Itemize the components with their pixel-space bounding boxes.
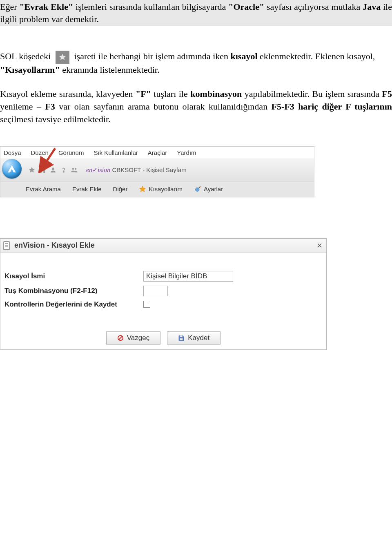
t: yenileme –: [0, 101, 45, 112]
menu-item-sik-kullanilanlar[interactable]: Sık Kullanılanlar: [94, 149, 138, 156]
save-icon: [178, 335, 185, 341]
svg-rect-10: [180, 338, 183, 340]
t: seçilmesi tavsiye edilmektedir.: [0, 114, 111, 124]
input-shortcut-name[interactable]: [143, 271, 233, 282]
save-button[interactable]: Kaydet: [167, 331, 220, 345]
t: sayfası açılıyorsa mutlaka: [264, 2, 363, 12]
form-row-name: Kısayol İsmi: [4, 271, 322, 282]
toolbar-item-evrak-ekle[interactable]: Evrak Ekle: [72, 186, 102, 192]
svg-rect-3: [4, 242, 9, 250]
toolbar-item-diger[interactable]: Diğer: [113, 186, 128, 192]
toolbar-item-ayarlar[interactable]: Ayarlar: [194, 186, 223, 193]
checkbox-save-values[interactable]: [143, 301, 150, 308]
label: Kısayollarım: [149, 186, 183, 192]
t: F5: [382, 89, 392, 99]
t: kombinasyon: [190, 89, 242, 99]
body-paragraph-2: Kısayol ekleme sırasında, klavyeden "F" …: [0, 88, 392, 125]
star-icon: [56, 51, 69, 64]
label: Ayarlar: [204, 186, 223, 192]
svg-rect-9: [180, 336, 183, 337]
t: SOL köşedeki: [0, 51, 51, 61]
t: F5-F3 hariç diğer F tuşlarının: [272, 101, 392, 112]
t: tuşları ile: [151, 89, 190, 99]
label-key-combo: Tuş Kombinasyonu (F2-F12): [4, 287, 143, 295]
t: F3: [45, 101, 55, 112]
label: Vazgeç: [127, 334, 149, 342]
svg-point-1: [63, 171, 64, 172]
close-icon[interactable]: ×: [317, 241, 322, 250]
label: Kaydet: [188, 334, 209, 342]
cancel-button[interactable]: Vazgeç: [106, 331, 160, 345]
dialog-body: Kısayol İsmi Tuş Kombinasyonu (F2-F12) K…: [0, 253, 326, 329]
toolbar-screenshot: Dosya Düzen Görünüm Sık Kullanılanlar Ar…: [0, 146, 314, 197]
dialog-footer: Vazgeç Kaydet: [0, 329, 326, 349]
shortcut-dialog: enVision - Kısayol Ekle × Kısayol İsmi T…: [0, 238, 327, 350]
main-toolbar: Evrak Arama Evrak Ekle Diğer Kısayolları…: [0, 181, 314, 197]
t: işlemleri sırasında kullanılan bilgisaya…: [73, 2, 228, 12]
t: ekranında listelenmektedir.: [60, 65, 160, 75]
label-save-values: Kontrollerin Değerlerini de Kaydet: [4, 300, 143, 309]
intro-highlighted: Eğer "Evrak Ekle" işlemleri sırasında ku…: [0, 0, 392, 26]
brand-logo: en✓ision: [86, 166, 110, 173]
app-logo-icon[interactable]: [2, 159, 22, 179]
menu-item-araclar[interactable]: Araçlar: [148, 149, 167, 156]
dialog-titlebar: enVision - Kısayol Ekle ×: [0, 239, 326, 253]
menu-item-dosya[interactable]: Dosya: [4, 149, 21, 156]
t: işareti ile herhangi bir işlem adımında …: [74, 51, 230, 61]
svg-line-8: [119, 336, 122, 340]
input-key-combo[interactable]: [143, 286, 168, 296]
t: kısayol: [231, 51, 258, 61]
help-icon[interactable]: [60, 166, 67, 174]
menu-item-gorunum[interactable]: Görünüm: [58, 149, 84, 156]
menu-item-yardim[interactable]: Yardım: [177, 149, 196, 156]
t: eklenmektedir. Eklenen kısayol,: [258, 51, 375, 61]
person-icon[interactable]: [49, 166, 57, 174]
star-favorite-icon: [139, 186, 146, 193]
app-header-bar: en✓ision CBKSOFT - Kişisel Sayfam: [0, 159, 314, 181]
t: "Evrak Ekle": [19, 2, 73, 12]
label-shortcut-name: Kısayol İsmi: [4, 272, 143, 280]
t: "F": [136, 89, 151, 99]
cancel-icon: [117, 335, 124, 341]
t: "Kısayollarım": [0, 65, 60, 75]
star-icon[interactable]: [28, 166, 36, 174]
toolbar-item-evrak-arama[interactable]: Evrak Arama: [26, 186, 61, 192]
menu-item-duzen[interactable]: Düzen: [31, 149, 49, 156]
form-row-combo: Tuş Kombinasyonu (F2-F12): [4, 286, 322, 296]
t: Kısayol ekleme sırasında, klavyeden: [0, 89, 136, 99]
people-icon[interactable]: [71, 166, 78, 174]
t: Java: [363, 2, 381, 12]
menubar: Dosya Düzen Görünüm Sık Kullanılanlar Ar…: [0, 147, 314, 159]
form-row-savevals: Kontrollerin Değerlerini de Kaydet: [4, 300, 322, 309]
toolbar-item-kisayollarim[interactable]: Kısayollarım: [139, 186, 183, 193]
body-paragraph-1: SOL köşedeki işareti ile herhangi bir iş…: [0, 50, 392, 76]
t: var olan sayfanın arama butonu olarak ku…: [55, 101, 272, 112]
svg-point-2: [196, 188, 199, 191]
quick-icons: [25, 166, 81, 174]
dialog-title-text: enVision - Kısayol Ekle: [14, 241, 95, 250]
settings-icon: [194, 186, 201, 193]
t: yapılabilmektedir. Bu işlem sırasında: [242, 89, 382, 99]
page-title-text: CBKSOFT - Kişisel Sayfam: [112, 166, 186, 173]
app-title: en✓ision CBKSOFT - Kişisel Sayfam: [86, 166, 187, 174]
document-icon: [3, 241, 11, 250]
t: Eğer: [0, 2, 17, 12]
t: "Oracle": [228, 2, 264, 12]
home-icon[interactable]: [39, 166, 46, 174]
